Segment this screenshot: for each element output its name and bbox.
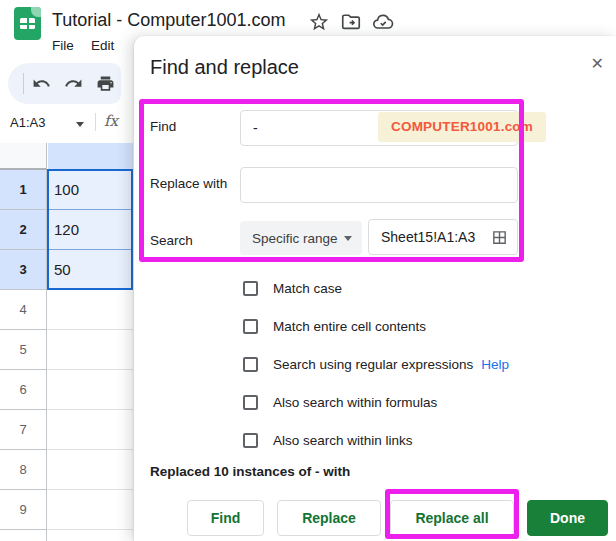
menu-file[interactable]: File [52,38,74,53]
chevron-down-icon [344,236,352,241]
sheets-logo-icon[interactable] [14,7,41,40]
match-case-label: Match case [273,281,342,296]
cell-a3[interactable]: 50 [47,250,133,290]
cloud-check-icon[interactable] [372,11,394,33]
search-formulas-label: Also search within formulas [273,395,437,410]
logo-fold [31,7,41,17]
name-box-caret-icon[interactable] [76,122,84,127]
row-header-10-partial[interactable] [0,530,47,541]
search-scope-value: Specific range [252,231,344,246]
row-header-8[interactable]: 8 [0,450,47,490]
cell-a8[interactable] [47,450,133,490]
search-links-label: Also search within links [273,433,413,448]
help-link[interactable]: Help [481,357,509,372]
match-case-checkbox[interactable] [243,281,258,296]
status-message: Replaced 10 instances of - with [150,464,350,479]
watermark-badge: COMPUTER1001.com [378,112,546,142]
menu-edit[interactable]: Edit [91,38,114,53]
cell-a5[interactable] [47,330,133,370]
grid-row-2: 2 120 [0,210,133,250]
regex-label: Search using regular expressions [273,357,473,372]
grid-row-1: 1 100 [0,170,133,210]
select-range-icon[interactable] [491,229,508,246]
cell-a1[interactable]: 100 [47,170,133,210]
replace-all-button[interactable]: Replace all [390,500,514,536]
checkbox-row-entire-cell: Match entire cell contents [243,317,426,335]
print-icon[interactable] [96,74,115,93]
replace-with-label: Replace with [150,176,227,191]
find-replace-dialog: Find and replace ✕ Find COMPUTER1001.com… [134,36,616,541]
row-header-3[interactable]: 3 [0,250,47,290]
range-value: Sheet15!A1:A3 [381,229,491,245]
find-button[interactable]: Find [187,500,264,536]
cell-a6[interactable] [47,370,133,410]
checkbox-row-formulas: Also search within formulas [243,393,437,411]
search-label: Search [150,233,193,248]
grid-corner[interactable] [0,143,47,170]
grid-row-9: 9 [0,490,133,530]
search-links-checkbox[interactable] [243,433,258,448]
row-header-1[interactable]: 1 [0,170,47,210]
column-a-header[interactable] [48,143,133,170]
search-formulas-checkbox[interactable] [243,395,258,410]
sheets-app-window: Tutorial - Computer1001.com File Edit A1… [0,0,616,541]
fx-label: fx [104,112,118,130]
row-header-6[interactable]: 6 [0,370,47,410]
toolbar-separator [23,73,24,94]
entire-cell-checkbox[interactable] [243,319,258,334]
cell-a4[interactable] [47,290,133,330]
checkbox-row-match-case: Match case [243,279,342,297]
range-input[interactable]: Sheet15!A1:A3 [368,219,518,255]
replace-input[interactable] [240,167,518,203]
cell-a9[interactable] [47,490,133,530]
checkbox-row-links: Also search within links [243,431,413,449]
cell-a7[interactable] [47,410,133,450]
checkbox-row-regex: Search using regular expressions Help [243,355,509,373]
redo-icon[interactable] [64,74,83,93]
regex-checkbox[interactable] [243,357,258,372]
name-box[interactable]: A1:A3 [10,115,45,130]
row-header-4[interactable]: 4 [0,290,47,330]
search-scope-dropdown[interactable]: Specific range [240,221,362,255]
undo-icon[interactable] [32,74,51,93]
star-icon[interactable] [308,11,330,33]
grid-row-4: 4 [0,290,133,330]
row-header-7[interactable]: 7 [0,410,47,450]
row-header-2[interactable]: 2 [0,210,47,250]
done-button[interactable]: Done [527,500,608,536]
grid-row-8: 8 [0,450,133,490]
move-folder-icon[interactable] [340,11,362,33]
toolbar [8,63,121,104]
entire-cell-label: Match entire cell contents [273,319,426,334]
grid-row-5: 5 [0,330,133,370]
row-header-9[interactable]: 9 [0,490,47,530]
cell-a2[interactable]: 120 [47,210,133,250]
formula-bar-separator [95,113,96,131]
row-header-5[interactable]: 5 [0,330,47,370]
dialog-title: Find and replace [150,56,299,79]
grid-row-3: 3 50 [0,250,133,290]
grid-row-6: 6 [0,370,133,410]
find-label: Find [150,119,176,134]
close-icon[interactable]: ✕ [591,56,604,72]
document-title[interactable]: Tutorial - Computer1001.com [52,10,285,31]
replace-button[interactable]: Replace [277,500,381,536]
logo-grid [20,18,35,29]
grid-row-7: 7 [0,410,133,450]
